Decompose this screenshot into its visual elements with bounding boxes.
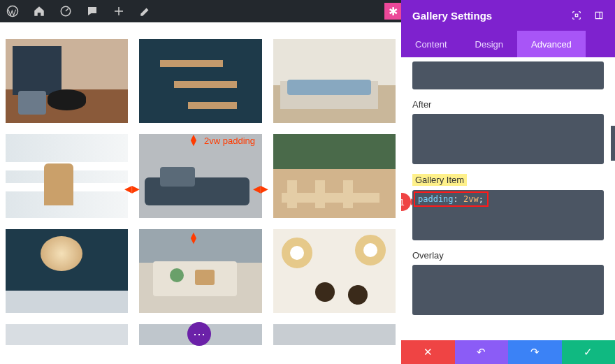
tab-advanced[interactable]: Advanced <box>517 31 586 57</box>
after-codebox[interactable] <box>412 114 604 164</box>
plus-icon[interactable] <box>112 4 126 18</box>
module-fab-button[interactable]: ⋯ <box>187 322 211 346</box>
redo-button[interactable]: ↷ <box>508 340 562 364</box>
snap-icon[interactable] <box>594 10 604 20</box>
after-label: After <box>412 99 431 110</box>
wordpress-icon[interactable] <box>6 4 20 18</box>
gallery-tile[interactable] <box>139 229 261 313</box>
overlay-codebox[interactable] <box>412 265 604 315</box>
gallery-tile[interactable] <box>6 39 128 123</box>
gallery-grid <box>6 39 396 345</box>
padding-annotation-label: 2vw padding <box>204 136 255 146</box>
pencil-icon[interactable] <box>138 4 152 18</box>
confirm-button[interactable]: ✓ <box>562 340 616 364</box>
gallery-content: ▲ ▼ 2vw padding ◀▶ ◀▶ ▲ ▼ ⋯ <box>0 22 401 364</box>
expand-icon[interactable] <box>572 10 581 20</box>
panel-header: Gallery Settings <box>401 0 615 31</box>
gallery-item-codebox[interactable]: padding: 2vw; <box>412 190 604 240</box>
star-badge-icon[interactable]: ✱ <box>384 3 401 20</box>
gallery-tile[interactable] <box>6 229 128 313</box>
gallery-tile[interactable] <box>6 324 128 345</box>
gallery-item-label: Gallery Item <box>412 174 467 186</box>
gallery-tile[interactable] <box>139 134 261 218</box>
undo-icon: ↶ <box>477 346 486 358</box>
ellipsis-icon: ⋯ <box>193 326 205 342</box>
padding-annotation-left: ◀▶ <box>124 183 140 194</box>
overlay-label: Overlay <box>412 250 444 261</box>
gallery-tile[interactable] <box>273 39 396 123</box>
padding-annotation-top: ▲ ▼ <box>189 134 198 145</box>
undo-button[interactable]: ↶ <box>455 340 509 364</box>
check-icon: ✓ <box>584 346 593 358</box>
panel-body: After Gallery Item 1 padding: 2vw; Overl… <box>401 57 615 340</box>
settings-panel: Gallery Settings Content Design Advanced… <box>401 0 615 364</box>
close-icon: ✕ <box>424 346 433 358</box>
gallery-tile[interactable] <box>273 324 396 345</box>
panel-tabs: Content Design Advanced <box>401 31 615 57</box>
comment-icon[interactable] <box>85 4 99 18</box>
gallery-tile[interactable] <box>6 134 128 218</box>
dashboard-icon[interactable] <box>59 4 73 18</box>
step-badge: 1 <box>401 193 411 211</box>
step-number: 1 <box>401 197 405 208</box>
panel-title: Gallery Settings <box>412 10 492 22</box>
tab-design[interactable]: Design <box>461 31 517 57</box>
annotation-text: 2vw padding <box>204 136 255 146</box>
home-icon[interactable] <box>32 4 46 18</box>
scrollbar[interactable] <box>611 126 615 161</box>
gallery-tile[interactable] <box>273 134 396 218</box>
panel-footer: ✕ ↶ ↷ ✓ <box>401 340 615 364</box>
redo-icon: ↷ <box>530 346 540 358</box>
cancel-button[interactable]: ✕ <box>401 340 455 364</box>
padding-annotation-bottom: ▲ ▼ <box>189 232 198 243</box>
highlight-box <box>414 191 489 207</box>
tab-content[interactable]: Content <box>401 31 461 57</box>
svg-rect-3 <box>595 12 602 18</box>
svg-rect-2 <box>575 14 578 17</box>
gallery-tile[interactable] <box>273 229 396 313</box>
gallery-tile[interactable] <box>139 39 261 123</box>
padding-annotation-right: ◀▶ <box>253 183 268 194</box>
before-codebox[interactable] <box>412 61 604 89</box>
